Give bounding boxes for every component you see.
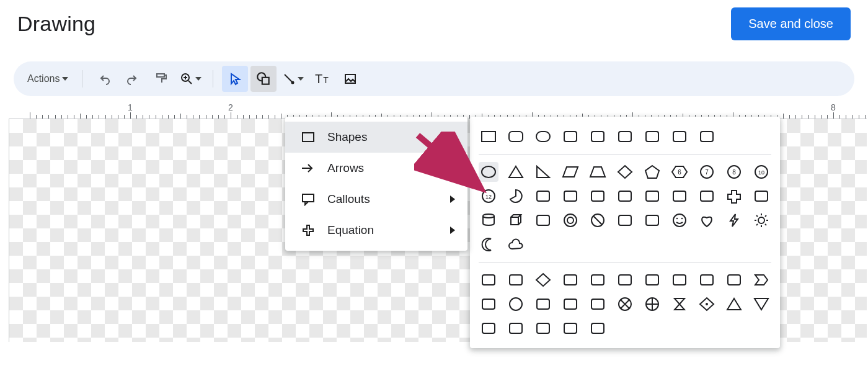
svg-rect-63 bbox=[619, 275, 631, 285]
paint-format-button[interactable] bbox=[148, 66, 174, 92]
shape-flow-cyl[interactable] bbox=[560, 318, 580, 338]
shape-l-shape[interactable] bbox=[670, 186, 689, 206]
svg-rect-15 bbox=[564, 132, 577, 142]
svg-rect-32 bbox=[564, 191, 577, 201]
shape-flow-tape[interactable] bbox=[642, 270, 662, 290]
select-tool-button[interactable] bbox=[222, 66, 248, 92]
shape-round-rect5[interactable] bbox=[670, 127, 689, 146]
shape-round-rect2[interactable] bbox=[533, 127, 553, 146]
shape-donut[interactable] bbox=[560, 210, 580, 230]
shape-no[interactable] bbox=[588, 210, 608, 230]
shape-teardrop2[interactable] bbox=[588, 186, 608, 206]
shape-lightning[interactable] bbox=[724, 210, 744, 230]
shape-flow-round[interactable] bbox=[506, 270, 526, 290]
shape-frame[interactable] bbox=[615, 186, 635, 206]
shape-flow-dot[interactable] bbox=[697, 294, 717, 314]
shape-round-rect[interactable] bbox=[506, 127, 526, 146]
shape-flow-c[interactable] bbox=[479, 318, 498, 338]
shape-flow-diamond[interactable] bbox=[533, 270, 553, 290]
shape-flow-circle[interactable] bbox=[506, 294, 526, 314]
svg-line-56 bbox=[765, 224, 766, 225]
svg-point-42 bbox=[567, 217, 574, 223]
shape-flow-multi[interactable] bbox=[615, 270, 635, 290]
shape-pie[interactable] bbox=[506, 186, 526, 206]
shape-cube[interactable] bbox=[506, 210, 526, 230]
svg-point-79 bbox=[706, 303, 708, 305]
shape-flow-note[interactable] bbox=[670, 270, 689, 290]
line-tool-button[interactable] bbox=[279, 66, 306, 92]
text-box-button[interactable]: TT bbox=[309, 66, 335, 92]
image-button[interactable] bbox=[337, 66, 363, 92]
shape-flow-tri2[interactable] bbox=[751, 294, 771, 314]
svg-rect-81 bbox=[510, 323, 522, 333]
shape-smiley[interactable] bbox=[670, 210, 689, 230]
shape-l-bracket[interactable] bbox=[642, 186, 662, 206]
shape-round-rect3[interactable] bbox=[615, 127, 635, 146]
shape-tool-button[interactable] bbox=[250, 66, 277, 92]
shape-leaf[interactable] bbox=[697, 127, 717, 146]
shape-rect[interactable] bbox=[479, 127, 498, 146]
menu-item-shapes[interactable]: Shapes bbox=[285, 122, 467, 153]
shape-cloud[interactable] bbox=[506, 235, 526, 254]
shape-rt-triangle[interactable] bbox=[533, 162, 553, 182]
shape-round-rect4[interactable] bbox=[642, 127, 662, 146]
actions-menu[interactable]: Actions bbox=[22, 70, 73, 88]
save-and-close-button[interactable]: Save and close bbox=[731, 7, 851, 40]
shape-cylinder[interactable] bbox=[479, 210, 498, 230]
shape-flow-d[interactable] bbox=[506, 318, 526, 338]
shape-group-2 bbox=[479, 262, 771, 341]
shape-flow-wave[interactable] bbox=[588, 294, 608, 314]
shape-flow-drum[interactable] bbox=[560, 294, 580, 314]
shape-triangle[interactable] bbox=[506, 162, 526, 182]
shape-octagon[interactable]: 8 bbox=[724, 162, 744, 182]
shape-flow-tri[interactable] bbox=[724, 294, 744, 314]
redo-button[interactable] bbox=[120, 66, 146, 92]
shape-flow-plus[interactable] bbox=[642, 294, 662, 314]
shape-decagon[interactable]: 10 bbox=[751, 162, 771, 182]
shape-plaque[interactable] bbox=[751, 186, 771, 206]
shape-flow-para[interactable] bbox=[560, 270, 580, 290]
page-title: Drawing bbox=[17, 12, 95, 36]
undo-button[interactable] bbox=[91, 66, 117, 92]
shape-diamond[interactable] bbox=[615, 162, 635, 182]
shape-snip-rect[interactable] bbox=[560, 127, 580, 146]
shape-flow-ellipse2[interactable] bbox=[588, 318, 608, 338]
shape-flow-q[interactable] bbox=[533, 318, 553, 338]
shape-pentagon[interactable] bbox=[642, 162, 662, 182]
shape-hexagon[interactable]: 6 bbox=[670, 162, 689, 182]
shape-folded-corner[interactable] bbox=[642, 210, 662, 230]
shape-flow-cross[interactable] bbox=[615, 294, 635, 314]
shape-snip-rect2[interactable] bbox=[588, 127, 608, 146]
shape-sun[interactable] bbox=[751, 210, 771, 230]
shape-flow-disk[interactable] bbox=[724, 270, 744, 290]
svg-rect-16 bbox=[591, 132, 604, 142]
svg-rect-11 bbox=[303, 194, 314, 202]
shape-trapezoid[interactable] bbox=[588, 162, 608, 182]
svg-line-2 bbox=[188, 81, 192, 84]
shape-lean[interactable] bbox=[479, 294, 498, 314]
menu-item-equation[interactable]: Equation bbox=[285, 215, 467, 246]
shape-chevron[interactable] bbox=[751, 270, 771, 290]
menu-item-arrows[interactable]: Arrows bbox=[285, 153, 467, 184]
shape-arc2[interactable] bbox=[615, 210, 635, 230]
shape-heptagon[interactable]: 7 bbox=[697, 162, 717, 182]
shape-teardrop[interactable] bbox=[560, 186, 580, 206]
menu-item-callouts[interactable]: Callouts bbox=[285, 184, 467, 215]
shape-flow-hourglass[interactable] bbox=[670, 294, 689, 314]
shape-dodecagon[interactable]: 12 bbox=[479, 186, 498, 206]
shape-flow-card[interactable] bbox=[588, 270, 608, 290]
zoom-button[interactable] bbox=[177, 66, 204, 92]
shape-flow-note2[interactable] bbox=[697, 270, 717, 290]
shape-slash[interactable] bbox=[697, 186, 717, 206]
shape-arc[interactable] bbox=[533, 186, 553, 206]
svg-line-58 bbox=[756, 224, 758, 225]
shape-flow-rect[interactable] bbox=[479, 270, 498, 290]
shape-flow-badge[interactable] bbox=[533, 294, 553, 314]
shape-parallelogram[interactable] bbox=[560, 162, 580, 182]
shape-heart[interactable] bbox=[697, 210, 717, 230]
svg-rect-0 bbox=[157, 74, 164, 77]
shape-bevel[interactable] bbox=[533, 210, 553, 230]
shape-ellipse[interactable] bbox=[479, 162, 498, 182]
shape-cross[interactable] bbox=[724, 186, 744, 206]
shape-moon[interactable] bbox=[479, 235, 498, 254]
